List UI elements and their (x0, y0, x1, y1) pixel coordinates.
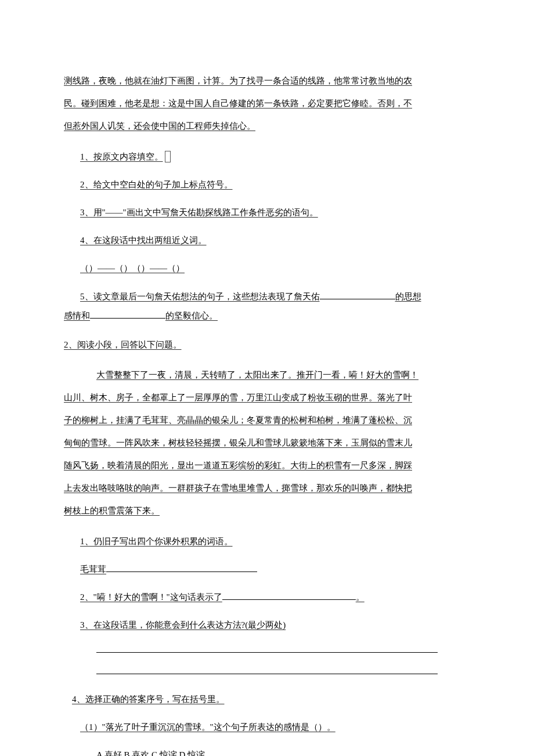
q1-item5-d: 的坚毅信心。 (165, 311, 218, 320)
intro-line-1: 测线路，夜晚，他就在油灯下画图，计算。为了找寻一条合适的线路，他常常讨教当地的农 (64, 76, 412, 85)
q2-item2-a: 2、"嗬！好大的雪啊！"这句话表示了 (80, 592, 222, 602)
q2-header: 2、阅读小段，回答以下问题。 (64, 336, 470, 353)
q2-passage-line: 子的柳树上，挂满了毛茸茸、亮晶晶的银朵儿；冬夏常青的松树和柏树，堆满了蓬松松、沉 (64, 415, 412, 425)
q1-item2-text: 2、给文中空白处的句子加上标点符号。 (80, 180, 233, 189)
q2-item3-text: 3、在这段话里，你能意会到什么表达方法?(最少两处) (80, 620, 286, 630)
blank-fill[interactable] (90, 308, 165, 319)
q2-passage: 大雪整整下了一夜，清晨，天转晴了，太阳出来了。推开门一看，嗬！好大的雪啊！ 山川… (64, 364, 470, 522)
q1-item3-text: 3、用"——"画出文中写詹天佑勘探线路工作条件恶劣的语句。 (80, 208, 318, 217)
q2-item2-b: 。 (356, 592, 365, 602)
q2-passage-line: 甸甸的雪球。一阵风吹来，树枝轻轻摇摆，银朵儿和雪球儿簌簌地落下来，玉屑似的雪末儿 (64, 438, 412, 447)
q1-item4-fill-text: （）——（）（）——（） (80, 263, 185, 273)
q2-item4-1-opts: A 喜好 B 喜欢 C 惊诧 D 惊诧 (64, 746, 470, 756)
q2-item1-label: 毛茸茸 (80, 565, 106, 574)
blank-fill[interactable] (222, 589, 356, 600)
q2-item4-text: 4、选择正确的答案序号，写在括号里。 (72, 694, 225, 704)
q1-item5-b: 的思想 (395, 292, 421, 301)
q1-item5-c: 感情和 (64, 311, 90, 320)
q2-passage-line: 上去发出咯吱咯吱的响声。一群群孩子在雪地里堆雪人，掷雪球，那欢乐的叫唤声，都快把 (64, 483, 412, 493)
q2-item3: 3、在这段话里，你能意会到什么表达方法?(最少两处) (64, 616, 470, 634)
q2-passage-line: 随风飞扬，映着清晨的阳光，显出一道道五彩缤纷的彩虹。大街上的积雪有一尺多深，脚踩 (64, 461, 412, 470)
blank-fill[interactable] (106, 562, 257, 572)
q2-item4: 4、选择正确的答案序号，写在括号里。 (64, 690, 470, 708)
q2-passage-first: 大雪整整下了一夜，清晨，天转晴了，太阳出来了。推开门一看，嗬！好大的雪啊！ (96, 370, 418, 379)
q2-item1-fill: 毛茸茸 (64, 560, 470, 578)
q2-passage-line: 山川、树木、房子，全都罩上了一层厚厚的雪，万里江山变成了粉妆玉砌的世界。落光了叶 (64, 393, 412, 402)
blank-fill[interactable] (320, 289, 395, 299)
q1-item5-a: 5、读文章最后一句詹天佑想法的句子，这些想法表现了詹天佑 (80, 292, 320, 301)
q2-passage-line: 树枝上的积雪震落下来。 (64, 506, 160, 515)
q1-item4-fill: （）——（）（）——（） (64, 259, 470, 277)
q2-item4-1-text: （1）"落光了叶子重沉沉的雪球。"这个句子所表达的感情是（）。 (80, 722, 335, 732)
q1-item4: 4、在这段话中找出两组近义词。 (64, 231, 470, 249)
intro-line-2: 民。碰到困难，他老是想：这是中国人自己修建的第一条铁路，必定要把它修睦。否则，不 (64, 99, 412, 108)
q2-item1-text: 1、仍旧子写出四个你课外积累的词语。 (80, 537, 233, 546)
q2-item1: 1、仍旧子写出四个你课外积累的词语。 (64, 533, 470, 550)
cursor-icon (165, 151, 171, 162)
answer-line[interactable] (96, 652, 438, 653)
intro-line-3: 但惹外国人讥笑，还会使中国的工程师失掉信心。 (64, 121, 255, 131)
q2-item2: 2、"嗬！好大的雪啊！"这句话表示了。 (64, 588, 470, 606)
q2-item4-1: （1）"落光了叶子重沉沉的雪球。"这个句子所表达的感情是（）。 (64, 718, 470, 736)
answer-line[interactable] (96, 674, 438, 674)
intro-passage: 测线路，夜晚，他就在油灯下画图，计算。为了找寻一条合适的线路，他常常讨教当地的农… (64, 70, 470, 138)
q1-item5: 5、读文章最后一句詹天佑想法的句子，这些想法表现了詹天佑的思想 感情和的坚毅信心… (64, 287, 470, 325)
q1-item1-text: 1、按原文内容填空。 (80, 152, 163, 161)
q1-item2: 2、给文中空白处的句子加上标点符号。 (64, 176, 470, 193)
q2-header-text: 2、阅读小段，回答以下问题。 (64, 340, 182, 349)
q1-item3: 3、用"——"画出文中写詹天佑勘探线路工作条件恶劣的语句。 (64, 204, 470, 221)
q1-item1: 1、按原文内容填空。 (64, 148, 470, 165)
q1-item4-text: 4、在这段话中找出两组近义词。 (80, 236, 207, 245)
q2-item4-1-opts-text: A 喜好 B 喜欢 C 惊诧 D 惊诧 (96, 750, 205, 756)
